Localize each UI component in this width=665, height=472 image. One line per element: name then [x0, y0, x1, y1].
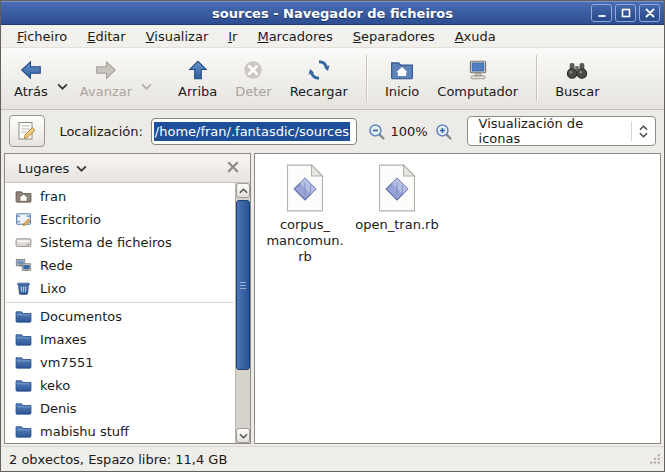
- menu-separadores[interactable]: Separadores: [343, 27, 445, 46]
- arrow-left-icon: [19, 58, 43, 82]
- file-manager-window: sources - Navegador de ficheiros Ficheir…: [0, 0, 665, 472]
- stop-button: Deter: [226, 55, 280, 102]
- sidebar-mode-label: Lugares: [18, 161, 69, 176]
- sidebar-item-lixo[interactable]: Lixo: [5, 277, 235, 300]
- view-mode-value: Visualización de iconas: [479, 116, 621, 146]
- back-dropdown[interactable]: [57, 64, 71, 93]
- home-folder-icon: [15, 188, 32, 205]
- close-button[interactable]: [639, 4, 660, 22]
- file-name: open_tran.rb: [355, 217, 438, 233]
- desktop-icon: [15, 211, 32, 228]
- menu-ficheiro[interactable]: Ficheiro: [7, 27, 77, 46]
- toolbar: Atrás Avanzar Arriba Deter Recargar Inic…: [1, 48, 664, 110]
- view-mode-select[interactable]: Visualización de iconas: [467, 116, 656, 146]
- reload-button[interactable]: Recargar: [281, 55, 357, 102]
- folder-icon: [15, 423, 32, 440]
- zoom-in-icon: [434, 122, 453, 141]
- menu-ir[interactable]: Ir: [218, 27, 247, 46]
- trash-icon: [15, 280, 32, 297]
- zoom-out-button[interactable]: [367, 122, 386, 141]
- back-button[interactable]: Atrás: [5, 55, 57, 102]
- chevron-down-icon: [239, 433, 248, 439]
- menu-marcadores[interactable]: Marcadores: [247, 27, 342, 46]
- maximize-button[interactable]: [615, 4, 636, 22]
- status-text: 2 obxectos, Espazo libre: 11,4 GB: [9, 452, 227, 467]
- resize-grip[interactable]: [647, 451, 662, 469]
- close-icon: [645, 8, 655, 18]
- network-icon: [15, 257, 32, 274]
- minimize-icon: [597, 8, 607, 18]
- zoom-in-button[interactable]: [434, 122, 453, 141]
- binoculars-icon: [565, 58, 589, 82]
- combo-chevrons-icon: [631, 121, 648, 141]
- arrow-up-icon: [186, 58, 210, 82]
- maximize-icon: [621, 8, 631, 18]
- chevron-down-icon: [76, 165, 87, 172]
- minimize-button[interactable]: [591, 4, 612, 22]
- sidebar-item-keko[interactable]: keko: [5, 374, 235, 397]
- menu-axuda[interactable]: Axuda: [445, 27, 506, 46]
- sidebar-item-rede[interactable]: Rede: [5, 254, 235, 277]
- file-open-tran-rb[interactable]: open_tran.rb: [351, 164, 443, 233]
- location-bar: Localización: /home/fran/.fantasdic/sour…: [1, 110, 664, 152]
- titlebar[interactable]: sources - Navegador de ficheiros: [1, 1, 664, 25]
- forward-button: Avanzar: [71, 55, 141, 102]
- places-list: fran Escritorio Sistema de ficheiros Red…: [5, 183, 235, 443]
- scroll-up-button[interactable]: [236, 183, 250, 198]
- scrollbar-thumb[interactable]: [236, 200, 250, 370]
- menu-visualizar[interactable]: Visualizar: [136, 27, 219, 46]
- sidebar-item-vm7551[interactable]: vm7551: [5, 351, 235, 374]
- content-area: Lugares fran Escritorio: [1, 152, 664, 446]
- zoom-out-icon: [367, 122, 386, 141]
- search-button[interactable]: Buscar: [546, 55, 608, 102]
- location-path-selected-text: /home/fran/.fantasdic/sources: [154, 122, 350, 141]
- toolbar-separator: [366, 55, 367, 102]
- sidebar-item-denis[interactable]: Denis: [5, 397, 235, 420]
- drive-icon: [15, 234, 32, 251]
- scroll-down-button[interactable]: [236, 428, 250, 443]
- file-name: corpus_ mancomun. rb: [266, 217, 343, 265]
- ruby-file-icon: [284, 164, 326, 212]
- scrollbar-trough[interactable]: [236, 372, 250, 428]
- chevron-down-icon: [57, 83, 68, 90]
- computer-button[interactable]: Computador: [428, 55, 527, 102]
- sidebar-item-filesystem[interactable]: Sistema de ficheiros: [5, 231, 235, 254]
- places-sidebar: Lugares fran Escritorio: [4, 153, 251, 444]
- folder-icon: [15, 308, 32, 325]
- sidebar-header: Lugares: [5, 154, 250, 183]
- menubar: Ficheiro Editar Visualizar Ir Marcadores…: [1, 25, 664, 48]
- folder-icon: [15, 331, 32, 348]
- zoom-level: 100%: [390, 124, 427, 139]
- arrow-right-icon: [94, 58, 118, 82]
- refresh-icon: [307, 58, 331, 82]
- toolbar-separator: [536, 55, 537, 102]
- sidebar-item-mabishu-stuff[interactable]: mabishu stuff: [5, 420, 235, 443]
- forward-dropdown: [141, 64, 155, 93]
- resize-grip-icon: [647, 451, 662, 466]
- location-input[interactable]: /home/fran/.fantasdic/sources: [151, 118, 358, 145]
- up-button[interactable]: Arriba: [169, 55, 226, 102]
- stop-icon: [241, 58, 265, 82]
- folder-icon: [15, 377, 32, 394]
- menu-editar[interactable]: Editar: [77, 27, 136, 46]
- window-title: sources - Navegador de ficheiros: [1, 6, 664, 21]
- file-corpus-mancomun-rb[interactable]: corpus_ mancomun. rb: [259, 164, 351, 265]
- sidebar-item-escritorio[interactable]: Escritorio: [5, 208, 235, 231]
- sidebar-mode-select[interactable]: Lugares: [12, 158, 93, 179]
- chevron-down-icon: [141, 83, 152, 90]
- sidebar-item-imaxes[interactable]: Imaxes: [5, 328, 235, 351]
- statusbar: 2 obxectos, Espazo libre: 11,4 GB: [1, 446, 664, 471]
- sidebar-body: fran Escritorio Sistema de ficheiros Red…: [5, 183, 250, 443]
- home-folder-icon: [390, 58, 414, 82]
- sidebar-scrollbar[interactable]: [235, 183, 250, 443]
- sidebar-close-button[interactable]: [223, 159, 243, 178]
- sidebar-item-fran[interactable]: fran: [5, 185, 235, 208]
- folder-icon: [15, 354, 32, 371]
- edit-note-icon: [16, 120, 38, 142]
- file-view[interactable]: corpus_ mancomun. rb open_tran.rb: [254, 153, 661, 444]
- home-button[interactable]: Inicio: [376, 55, 428, 102]
- window-controls: [591, 4, 660, 22]
- location-label: Localización:: [59, 124, 142, 139]
- sidebar-item-documentos[interactable]: Documentos: [5, 305, 235, 328]
- location-edit-toggle-button[interactable]: [9, 115, 45, 147]
